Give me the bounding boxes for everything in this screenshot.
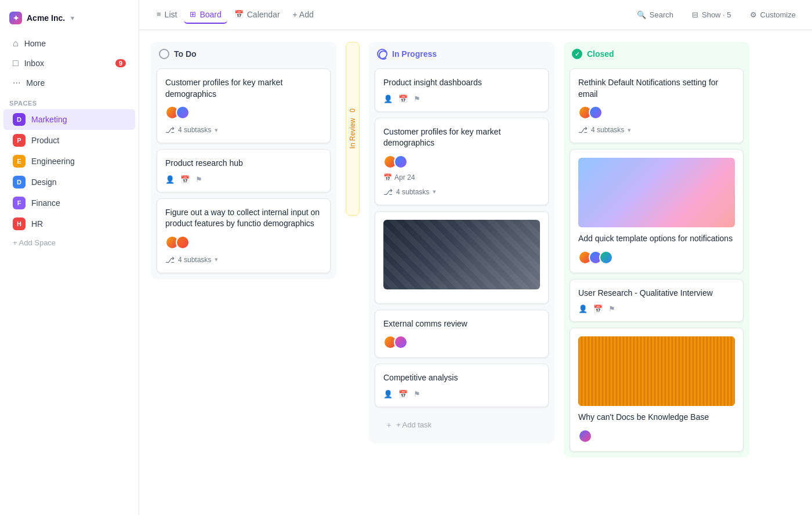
- show-button[interactable]: ⊟ Show · 5: [687, 8, 736, 22]
- card-collect-internal-input[interactable]: Figure out a way to collect internal inp…: [157, 198, 331, 273]
- search-button[interactable]: 🔍 Search: [632, 8, 678, 22]
- board: To Do Customer profiles for key market d…: [139, 30, 812, 515]
- sidebar-item-more[interactable]: ··· More: [3, 73, 135, 93]
- card-competitive-analysis[interactable]: Competitive analysis 👤 📅 ⚑: [375, 364, 549, 407]
- search-label: Search: [650, 10, 673, 19]
- product-label: Product: [31, 136, 59, 145]
- sidebar-item-marketing[interactable]: D Marketing: [3, 109, 135, 130]
- inbox-icon: □: [13, 58, 19, 68]
- users-icon: 👤: [165, 175, 175, 184]
- engineering-dot: E: [13, 155, 26, 168]
- chevron-down-icon: ▾: [215, 126, 218, 134]
- card-meta: 👤 📅 ⚑: [165, 175, 322, 184]
- card-title: Add quick template options for notificat…: [578, 233, 735, 245]
- board-icon: ⊞: [190, 10, 196, 19]
- avatar: [394, 335, 408, 349]
- show-icon: ⊟: [692, 10, 698, 19]
- spaces-label: Spaces: [0, 93, 139, 109]
- customize-button[interactable]: ⚙ Customize: [745, 8, 800, 22]
- card-product-insight[interactable]: Product insight dashboards 👤 📅 ⚑: [375, 68, 549, 112]
- users-icon: 👤: [383, 95, 393, 103]
- main-content: ≡ List ⊞ Board 📅 Calendar + Add 🔍 Search…: [139, 0, 812, 515]
- card-image-colorful: [578, 158, 735, 227]
- card-external-comms-review[interactable]: External comms review: [375, 310, 549, 358]
- list-icon: ≡: [157, 10, 161, 19]
- app-name: Acme Inc.: [27, 13, 65, 23]
- avatar: [176, 235, 190, 249]
- add-space-label: + Add Space: [13, 238, 56, 247]
- sidebar-item-product[interactable]: P Product: [3, 130, 135, 151]
- card-user-research[interactable]: User Research - Qualitative Interview 👤 …: [570, 279, 744, 322]
- card-image-dark: [383, 220, 540, 289]
- sidebar-item-engineering[interactable]: E Engineering: [3, 151, 135, 172]
- home-label: Home: [24, 39, 46, 48]
- calendar-icon: 📅: [398, 390, 408, 398]
- finance-label: Finance: [31, 198, 60, 208]
- sidebar-item-design[interactable]: D Design: [3, 172, 135, 193]
- todo-title: To Do: [174, 49, 197, 59]
- sidebar-item-inbox[interactable]: □ Inbox 9: [3, 53, 135, 73]
- card-title: External comms review: [383, 318, 540, 330]
- column-inprogress-body: Product insight dashboards 👤 📅 ⚑ Custome…: [369, 66, 554, 443]
- column-in-progress: In Progress Product insight dashboards 👤…: [369, 42, 554, 443]
- subtasks-row: ⎇ 4 subtasks ▾: [383, 187, 540, 197]
- plus-icon: ＋: [385, 420, 393, 430]
- subtasks-count: 4 subtasks: [178, 126, 211, 134]
- inbox-badge: 9: [115, 59, 126, 67]
- tab-add[interactable]: + Add: [287, 6, 320, 24]
- card-avatars: [383, 335, 540, 349]
- card-customer-profiles-inprogress[interactable]: Customer profiles for key market demogra…: [375, 118, 549, 205]
- sidebar-item-hr[interactable]: H HR: [3, 213, 135, 234]
- tab-board[interactable]: ⊞ Board: [184, 6, 227, 24]
- sidebar-item-finance[interactable]: F Finance: [3, 193, 135, 213]
- topbar-right: 🔍 Search ⊟ Show · 5 ⚙ Customize: [632, 8, 800, 22]
- chevron-down-icon: ▾: [628, 126, 631, 134]
- add-space-button[interactable]: + Add Space: [3, 234, 135, 251]
- tab-list[interactable]: ≡ List: [151, 6, 183, 24]
- topbar-nav: ≡ List ⊞ Board 📅 Calendar + Add: [151, 6, 630, 24]
- inbox-label: Inbox: [24, 59, 44, 68]
- logo-icon: ✦: [9, 12, 22, 24]
- column-closed-body: Rethink Default Notifications setting fo…: [564, 66, 749, 458]
- date-value: Apr 24: [394, 173, 415, 182]
- calendar-icon: 📅: [180, 175, 190, 184]
- card-why-cant-docs[interactable]: Why can't Docs be Knowledge Base: [570, 328, 744, 452]
- show-label: Show · 5: [702, 10, 731, 19]
- topbar: ≡ List ⊞ Board 📅 Calendar + Add 🔍 Search…: [139, 0, 812, 30]
- engineering-label: Engineering: [31, 157, 75, 166]
- subtask-icon: ⎇: [165, 255, 175, 264]
- card-product-research-hub[interactable]: Product research hub 👤 📅 ⚑: [157, 149, 331, 193]
- avatar: [599, 251, 613, 264]
- flag-icon: ⚑: [414, 390, 420, 398]
- avatar: [589, 106, 603, 119]
- card-rethink-default[interactable]: Rethink Default Notifications setting fo…: [570, 68, 744, 143]
- add-task-button[interactable]: ＋ + Add task: [377, 415, 546, 435]
- card-title: Why can't Docs be Knowledge Base: [578, 412, 735, 423]
- marketing-label: Marketing: [31, 115, 67, 124]
- column-todo: To Do Customer profiles for key market d…: [151, 42, 336, 279]
- card-avatars: [165, 235, 322, 249]
- card-customer-profiles-todo[interactable]: Customer profiles for key market demogra…: [157, 68, 331, 143]
- customize-label: Customize: [760, 10, 796, 19]
- column-inprogress-header: In Progress: [369, 42, 554, 66]
- sidebar: ✦ Acme Inc. ▾ ⌂ Home □ Inbox 9 ··· More …: [0, 0, 139, 515]
- card-dark-image[interactable]: [375, 211, 549, 304]
- card-title: Competitive analysis: [383, 372, 540, 384]
- users-icon: 👤: [578, 304, 588, 313]
- column-closed: ✓ Closed Rethink Default Notifications s…: [564, 42, 749, 458]
- calendar-label: Calendar: [247, 10, 280, 19]
- tab-calendar[interactable]: 📅 Calendar: [229, 6, 286, 24]
- column-todo-body: Customer profiles for key market demogra…: [151, 66, 336, 279]
- sidebar-item-home[interactable]: ⌂ Home: [3, 34, 135, 53]
- gear-icon: ⚙: [750, 10, 757, 19]
- design-label: Design: [31, 177, 57, 187]
- subtask-icon: ⎇: [578, 125, 588, 135]
- app-chevron: ▾: [71, 14, 74, 22]
- app-logo[interactable]: ✦ Acme Inc. ▾: [0, 7, 139, 34]
- card-add-quick-template[interactable]: Add quick template options for notificat…: [570, 149, 744, 273]
- card-meta: 👤 📅 ⚑: [578, 304, 735, 313]
- card-title: Customer profiles for key market demogra…: [383, 126, 540, 149]
- column-in-review[interactable]: In Review 0: [346, 42, 360, 216]
- in-review-label: In Review 0: [349, 108, 357, 148]
- flag-icon: ⚑: [608, 304, 615, 313]
